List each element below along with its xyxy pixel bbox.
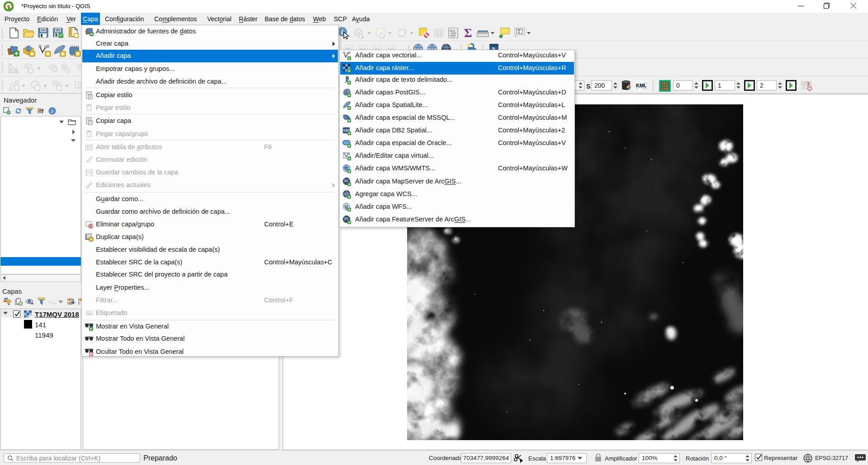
svg-text:T: T (518, 29, 521, 34)
svg-text:ε: ε (49, 299, 51, 304)
svg-text:abc: abc (87, 312, 92, 315)
svg-text:KML: KML (636, 83, 647, 88)
